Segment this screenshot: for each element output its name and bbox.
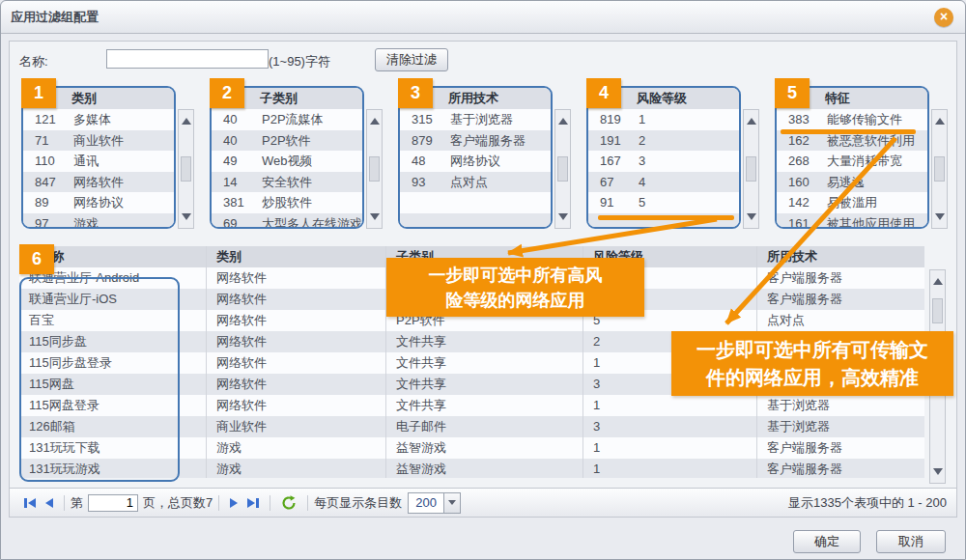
- table-cell: 3: [583, 416, 757, 437]
- item-count: 40: [212, 130, 262, 152]
- panel-scrollbar[interactable]: [554, 109, 571, 229]
- table-cell: 客户端服务器: [757, 289, 924, 310]
- page-prefix-label: 第: [71, 494, 83, 512]
- list-item[interactable]: 381炒股软件: [212, 192, 362, 213]
- panel-scrollbar[interactable]: [366, 109, 383, 229]
- scrollbar-thumb[interactable]: [557, 156, 568, 182]
- scrollbar-thumb[interactable]: [932, 298, 943, 323]
- list-item[interactable]: 1673: [588, 151, 739, 172]
- list-item[interactable]: 8191: [588, 109, 739, 130]
- table-cell: 115同步盘: [19, 331, 207, 352]
- list-item[interactable]: 40P2P软件: [212, 130, 362, 152]
- list-item[interactable]: 89网络协议: [23, 192, 174, 213]
- page-input[interactable]: [88, 494, 138, 512]
- list-item[interactable]: 71商业软件: [23, 130, 174, 152]
- table-cell: 文件共享: [386, 374, 583, 395]
- separator: [64, 495, 65, 511]
- item-count: 847: [23, 172, 73, 193]
- list-item[interactable]: 915: [588, 192, 739, 213]
- scroll-down-icon[interactable]: [933, 468, 943, 475]
- scroll-down-icon[interactable]: [747, 213, 756, 220]
- scroll-down-icon[interactable]: [558, 213, 568, 220]
- scrollbar-thumb[interactable]: [181, 156, 191, 182]
- item-count: 49: [212, 151, 262, 172]
- close-button[interactable]: ×: [934, 8, 953, 27]
- list-item[interactable]: 93点对点: [400, 172, 551, 193]
- list-item[interactable]: 48网络协议: [400, 151, 551, 172]
- panel-scrollbar[interactable]: [178, 109, 194, 229]
- item-count: 191: [588, 130, 639, 152]
- item-label: Web视频: [262, 151, 313, 172]
- list-item[interactable]: 110通讯: [23, 151, 174, 172]
- scroll-down-icon[interactable]: [370, 213, 380, 220]
- scrollbar-thumb[interactable]: [369, 156, 380, 182]
- name-length-hint: (1~95)字符: [269, 53, 330, 70]
- dialog-title: 应用过滤组配置: [11, 9, 99, 26]
- scroll-up-icon[interactable]: [370, 118, 380, 125]
- table-row[interactable]: 126邮箱商业软件电子邮件3基于浏览器: [19, 416, 924, 437]
- pagination-bar: 第 页，总页数7 每页显示条目数 200 显示1335个表项中的 1 - 200: [10, 488, 956, 517]
- scrollbar-thumb[interactable]: [934, 156, 945, 182]
- scroll-up-icon[interactable]: [747, 118, 756, 125]
- item-label: 网络软件: [73, 172, 124, 193]
- scroll-up-icon[interactable]: [935, 118, 945, 125]
- table-row[interactable]: 131玩玩游戏游戏益智游戏1客户端服务器: [19, 459, 924, 478]
- item-count: 69: [212, 213, 262, 230]
- list-item[interactable]: 268大量消耗带宽: [777, 151, 927, 172]
- refresh-button[interactable]: [281, 495, 297, 511]
- scroll-down-icon[interactable]: [182, 213, 191, 220]
- panel-scrollbar[interactable]: [931, 109, 948, 229]
- last-page-button[interactable]: [247, 498, 259, 508]
- table-cell: 网络软件: [207, 331, 386, 352]
- table-cell: 网络软件: [207, 395, 386, 416]
- list-item[interactable]: 161被其他应用使用: [777, 213, 927, 230]
- name-input[interactable]: [106, 49, 269, 69]
- list-item[interactable]: 121多媒体: [23, 109, 174, 130]
- scroll-down-icon[interactable]: [935, 213, 945, 220]
- list-item[interactable]: 1912: [588, 130, 739, 152]
- list-item[interactable]: 40P2P流媒体: [212, 109, 362, 130]
- scrollbar-thumb[interactable]: [746, 156, 756, 182]
- list-item[interactable]: 142易被滥用: [777, 192, 927, 213]
- list-item[interactable]: 383能够传输文件: [777, 109, 927, 130]
- list-item[interactable]: 879客户端服务器: [400, 130, 551, 152]
- list-item[interactable]: 14安全软件: [212, 172, 362, 193]
- close-icon: ×: [940, 9, 948, 24]
- item-count: 89: [23, 192, 73, 213]
- panel-scrollbar[interactable]: [743, 109, 759, 229]
- list-item[interactable]: 97游戏: [23, 213, 174, 230]
- list-item[interactable]: 49Web视频: [212, 151, 362, 172]
- item-label: 通讯: [73, 151, 99, 172]
- table-cell: 客户端服务器: [757, 459, 924, 478]
- table-row[interactable]: 131玩玩下载游戏益智游戏1客户端服务器: [19, 437, 924, 459]
- per-page-select[interactable]: 200: [408, 492, 461, 514]
- next-page-button[interactable]: [230, 498, 238, 508]
- list-item[interactable]: 315基于浏览器: [400, 109, 551, 130]
- clear-filter-button[interactable]: 清除过滤: [375, 48, 448, 71]
- item-count: 160: [777, 172, 827, 193]
- scroll-up-icon[interactable]: [933, 278, 943, 285]
- first-page-button[interactable]: [24, 498, 36, 508]
- scroll-up-icon[interactable]: [182, 118, 191, 125]
- table-cell: 131玩玩下载: [19, 437, 207, 459]
- item-label: 点对点: [450, 172, 488, 193]
- item-label: 5: [639, 192, 645, 213]
- item-count: [400, 213, 450, 230]
- prev-page-button[interactable]: [45, 498, 53, 508]
- list-item[interactable]: 160易逃逸: [777, 172, 927, 193]
- table-cell: 基于浏览器: [757, 395, 924, 416]
- cancel-button[interactable]: 取消: [876, 530, 946, 553]
- ok-button[interactable]: 确定: [793, 530, 861, 553]
- callout-text: 一步即可选中所有可传输文: [671, 336, 953, 364]
- table-cell: 网络软件: [207, 352, 386, 374]
- table-cell: 商业软件: [207, 416, 386, 437]
- list-item[interactable]: 847网络软件: [23, 172, 174, 193]
- table-row[interactable]: 115网盘登录网络软件文件共享1基于浏览器: [19, 395, 924, 416]
- list-item[interactable]: 674: [588, 172, 739, 193]
- scroll-up-icon[interactable]: [558, 118, 568, 125]
- list-item: [400, 213, 551, 230]
- table-cell: 131玩玩游戏: [19, 459, 207, 478]
- list-item[interactable]: 69大型多人在线游戏: [212, 213, 362, 230]
- select-arrow[interactable]: [443, 493, 460, 513]
- item-label: 易逃逸: [827, 172, 865, 193]
